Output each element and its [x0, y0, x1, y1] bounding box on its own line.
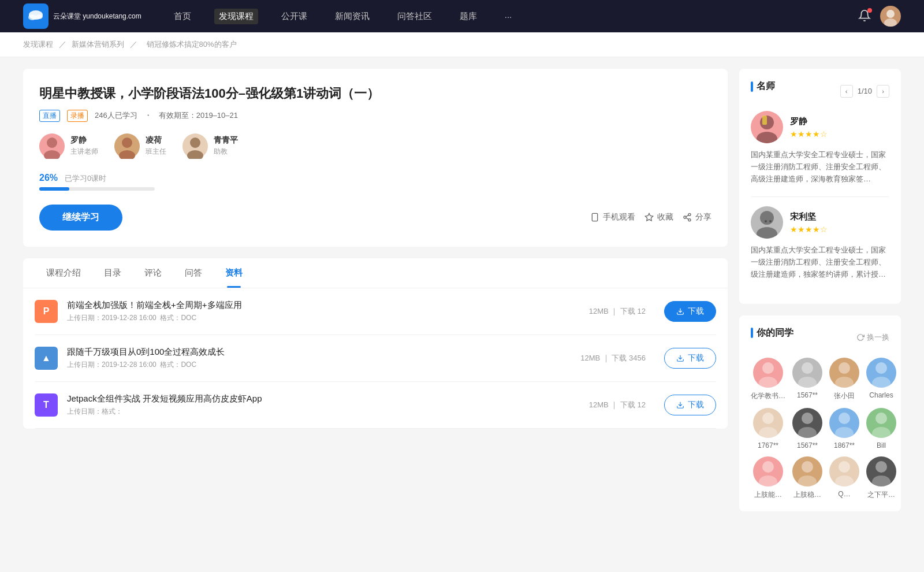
file-icon-2: ▲: [35, 347, 58, 370]
collect-label: 收藏: [657, 212, 673, 222]
classmate-name-3: Charles: [869, 391, 893, 399]
svg-point-52: [872, 476, 891, 486]
logo-icon: [23, 3, 49, 29]
phone-watch-button[interactable]: 手机观看: [590, 212, 635, 222]
share-button[interactable]: 分享: [683, 212, 711, 222]
nav-news[interactable]: 新闻资讯: [330, 9, 374, 24]
classmate-item-7[interactable]: Bill: [866, 408, 896, 450]
download-button-3[interactable]: 下载: [664, 395, 716, 415]
file-name-1: 前端全栈加强版！前端全栈+全周期+多端应用: [67, 300, 580, 311]
tabs-header: 课程介绍 目录 评论 问答 资料: [23, 258, 728, 288]
famous-teacher-1-header: 罗静 ★★★★☆: [751, 111, 889, 143]
nav-home[interactable]: 首页: [169, 9, 196, 24]
user-avatar[interactable]: [880, 6, 901, 27]
tab-intro[interactable]: 课程介绍: [35, 258, 92, 288]
classmates-header: 你的同学 换一换: [751, 327, 889, 348]
classmate-avatar-11: [866, 456, 896, 486]
classmate-avatar-6: [829, 408, 859, 438]
file-stats-1: 12MB ｜ 下载 12: [589, 306, 646, 317]
classmate-item-2[interactable]: 张小田: [829, 358, 859, 401]
classmate-avatar-5: [792, 408, 822, 438]
classmate-item-10[interactable]: Q…: [829, 456, 859, 500]
file-meta-1: 上传日期：2019-12-28 16:00 格式：DOC: [67, 313, 580, 323]
nav-public[interactable]: 公开课: [277, 9, 312, 24]
classmate-item-4[interactable]: 1767**: [751, 408, 785, 450]
file-stats-3: 12MB ｜ 下载 12: [589, 400, 646, 410]
nav-quiz[interactable]: 题库: [455, 9, 482, 24]
svg-point-15: [684, 216, 686, 218]
sidebar: 名师 ‹ 1/10 ›: [739, 69, 901, 523]
tab-catalog[interactable]: 目录: [92, 258, 133, 288]
download-button-1[interactable]: 下载: [664, 301, 716, 322]
classmate-avatar-10: [829, 456, 859, 486]
teacher-1: 罗静 主讲老师: [39, 133, 98, 159]
tab-material[interactable]: 资料: [214, 258, 254, 288]
classmate-item-9[interactable]: 上肢稳…: [792, 456, 822, 500]
breadcrumb-current: 销冠修炼术搞定80%的客户: [147, 40, 237, 49]
logo[interactable]: 云朵课堂 yundouketang.com: [23, 3, 141, 29]
notification-dot: [867, 8, 872, 13]
nav-qa[interactable]: 问答社区: [393, 9, 437, 24]
classmate-item-0[interactable]: 化学教书…: [751, 358, 785, 401]
file-stats-2: 12MB ｜ 下载 3456: [580, 353, 646, 363]
svg-point-16: [688, 219, 691, 221]
svg-point-1: [28, 14, 36, 20]
classmate-name-1: 1567**: [797, 391, 818, 399]
course-learners: 246人已学习: [95, 110, 137, 121]
file-info-3: Jetpack全组件实战 开发短视频应用高仿皮皮虾App 上传日期：格式：: [67, 393, 580, 417]
svg-point-36: [872, 377, 891, 388]
svg-point-42: [835, 427, 854, 438]
svg-marker-13: [645, 214, 653, 221]
classmate-item-1[interactable]: 1567**: [792, 358, 822, 401]
svg-point-43: [875, 413, 887, 424]
tabs-card: 课程介绍 目录 评论 问答 资料 P 前端全栈加强版！前端全栈+全周期+多端应用…: [23, 258, 728, 429]
classmate-item-11[interactable]: 之下平…: [866, 456, 896, 500]
svg-point-2: [36, 14, 43, 19]
svg-point-44: [872, 427, 891, 438]
svg-rect-11: [592, 214, 597, 221]
page-info: 1/10: [858, 87, 872, 95]
teacher-3: 青青平 助教: [182, 133, 238, 159]
svg-point-28: [769, 220, 772, 222]
svg-point-27: [765, 220, 767, 222]
nav-discover[interactable]: 发现课程: [214, 9, 258, 24]
refresh-classmates-button[interactable]: 换一换: [856, 332, 889, 343]
collect-button[interactable]: 收藏: [644, 212, 673, 222]
svg-point-35: [875, 362, 887, 374]
continue-learning-button[interactable]: 继续学习: [39, 205, 122, 231]
prev-page-button[interactable]: ‹: [840, 85, 853, 98]
classmate-item-8[interactable]: 上肢能…: [751, 456, 785, 500]
action-buttons: 手机观看 收藏 分享: [590, 212, 711, 222]
progress-percent: 26%: [39, 173, 58, 183]
classmate-item-3[interactable]: Charles: [866, 358, 896, 401]
svg-point-40: [798, 427, 817, 438]
progress-bar-bg: [39, 187, 155, 191]
teacher-1-name: 罗静: [70, 135, 98, 146]
download-button-2[interactable]: 下载: [664, 348, 716, 369]
famous-teacher-1-avatar: [751, 111, 783, 143]
tab-qa[interactable]: 问答: [173, 258, 214, 288]
classmate-avatar-4: [753, 408, 783, 438]
svg-point-45: [762, 461, 774, 473]
breadcrumb-discover[interactable]: 发现课程: [23, 40, 53, 49]
teacher-2-name: 凌荷: [146, 135, 166, 146]
teacher-2-avatar: [114, 133, 140, 159]
svg-point-51: [875, 461, 887, 473]
course-header-card: 明星中教授课，小学阶段语法100分–强化级第1讲动词（一） 直播 录播 246人…: [23, 69, 728, 247]
svg-rect-24: [762, 116, 767, 125]
tab-review[interactable]: 评论: [133, 258, 173, 288]
classmate-name-7: Bill: [877, 441, 886, 450]
classmate-item-5[interactable]: 1567**: [792, 408, 822, 450]
classmate-name-6: 1867**: [834, 441, 855, 450]
nav-more[interactable]: ···: [500, 9, 517, 24]
file-item-3: T Jetpack全组件实战 开发短视频应用高仿皮皮虾App 上传日期：格式： …: [35, 382, 716, 429]
classmate-item-6[interactable]: 1867**: [829, 408, 859, 450]
file-item-2: ▲ 跟随千万级项目从0到100全过程高效成长 上传日期：2019-12-28 1…: [35, 335, 716, 382]
classmates-grid: 化学教书… 1567** 张小田 Charles: [751, 358, 889, 500]
course-valid-date: 有效期至：2019–10–21: [159, 110, 238, 121]
breadcrumb-series[interactable]: 新媒体营销系列: [72, 40, 124, 49]
classmate-name-4: 1767**: [758, 441, 778, 450]
notification-bell[interactable]: [858, 9, 871, 24]
next-page-button[interactable]: ›: [877, 85, 889, 98]
svg-point-6: [44, 150, 60, 159]
